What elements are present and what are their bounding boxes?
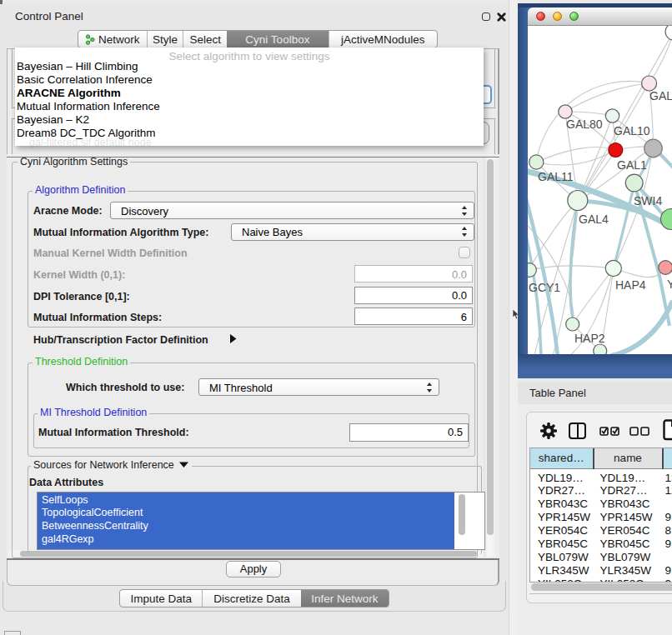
svg-text:GAL1: GAL1 xyxy=(617,158,647,172)
svg-text:GCY1: GCY1 xyxy=(529,281,560,294)
svg-text:HAP2: HAP2 xyxy=(574,332,605,345)
svg-text:HAP4: HAP4 xyxy=(615,278,646,292)
svg-text:Y: Y xyxy=(667,278,672,291)
svg-text:GAL80: GAL80 xyxy=(566,118,603,131)
svg-text:GAL: GAL xyxy=(649,89,672,102)
svg-text:SWI4: SWI4 xyxy=(634,194,662,208)
svg-text:GAL4: GAL4 xyxy=(579,212,609,226)
svg-text:GAL10: GAL10 xyxy=(614,124,650,138)
svg-text:GAL11: GAL11 xyxy=(538,170,574,183)
